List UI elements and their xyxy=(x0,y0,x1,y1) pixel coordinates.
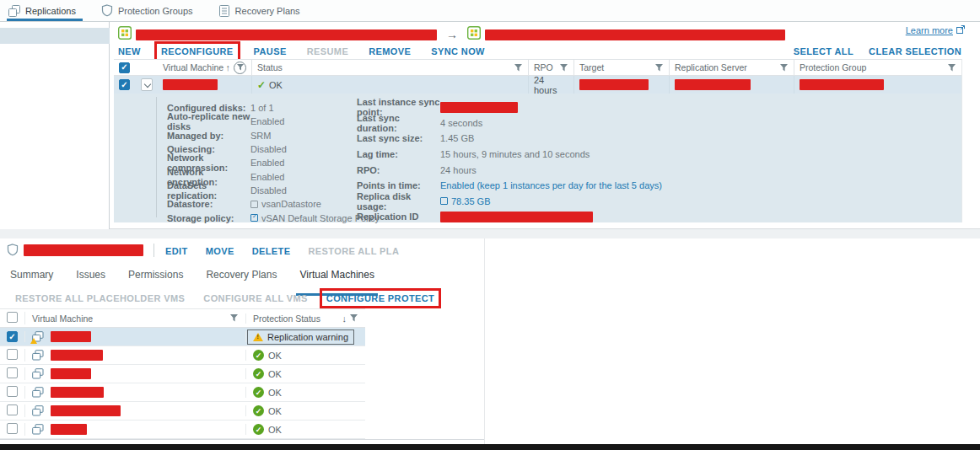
column-header[interactable]: Protection Group xyxy=(794,60,961,75)
detail-value: 24 hours xyxy=(440,165,477,175)
detail-label: Lag time: xyxy=(357,149,440,159)
filter-icon[interactable] xyxy=(655,64,664,72)
tab-icon xyxy=(8,5,20,17)
protected-vms-table: Virtual Machine Protection Status ↓ xyxy=(0,308,365,439)
row-checkbox[interactable] xyxy=(7,404,18,415)
sort-desc-icon[interactable]: ↓ xyxy=(342,313,347,324)
details-left-list: Configured disks: 1 of 1 Auto-replicate … xyxy=(167,101,380,225)
detail-label: Datastore: xyxy=(167,199,250,209)
ok-status: ✓ OK xyxy=(253,350,282,361)
select-all-checkbox[interactable] xyxy=(119,62,130,73)
detail-item: RPO: 24 hours xyxy=(357,162,662,178)
learn-more-link[interactable]: Learn more xyxy=(906,25,965,35)
vm-row[interactable]: OK ✓ OK xyxy=(0,402,365,421)
protection-group-panel: EDITMOVEDELETERESTORE ALL PLA SummaryIss… xyxy=(0,238,485,444)
details-right-list: Last instance sync point: Last sync dura… xyxy=(357,99,662,225)
column-header[interactable]: Status xyxy=(252,60,529,75)
selection-action-button[interactable]: CLEAR SELECTION xyxy=(869,46,961,56)
source-vm-name-redacted xyxy=(136,29,437,40)
column-header[interactable]: Replication Server xyxy=(670,60,794,75)
panel-tab[interactable]: Recovery Plans xyxy=(206,269,277,286)
selection-actions: SELECT ALLCLEAR SELECTION xyxy=(794,46,961,56)
status-ok-icon: ✓ xyxy=(257,79,266,91)
panel-tab[interactable]: Issues xyxy=(76,269,105,286)
panel-tab[interactable]: Summary xyxy=(10,269,53,286)
row-checkbox[interactable] xyxy=(7,349,18,360)
action-button[interactable]: EDIT xyxy=(165,246,188,256)
vm-row[interactable]: Replication warning ✓ Replication warnin… xyxy=(0,328,365,346)
toolbar-button[interactable]: RECONFIGURE xyxy=(161,46,234,56)
filter-icon[interactable] xyxy=(948,64,956,72)
filter-icon[interactable] xyxy=(780,64,789,72)
toolbar-button[interactable]: RESUME xyxy=(307,46,348,56)
status-column-header[interactable]: Protection Status ↓ xyxy=(246,313,365,324)
row-checkbox[interactable] xyxy=(119,79,130,90)
vm-row[interactable]: OK ✓ OK xyxy=(0,383,365,402)
filter-active-icon[interactable] xyxy=(234,62,246,74)
filter-icon[interactable] xyxy=(560,64,568,72)
row-checkbox[interactable] xyxy=(7,423,18,434)
toolbar-button[interactable]: PAUSE xyxy=(254,46,287,56)
main-tab-bar: Replications Protection Groups Recovery … xyxy=(0,0,980,22)
filter-icon[interactable] xyxy=(230,314,239,322)
toolbar-button[interactable]: SYNC NOW xyxy=(431,46,485,56)
vm-name-redacted xyxy=(51,350,103,361)
replications-sidebar xyxy=(0,22,110,229)
ok-icon: ✓ xyxy=(253,350,264,361)
vm-row[interactable]: OK ✓ OK xyxy=(0,421,365,439)
row-checkbox[interactable] xyxy=(7,367,18,378)
vm-warning-overlay-icon xyxy=(30,338,37,344)
toolbar-button[interactable]: REMOVE xyxy=(369,46,411,56)
sort-asc-icon[interactable]: ↑ xyxy=(226,62,231,72)
column-header[interactable]: RPO xyxy=(529,60,574,75)
collapse-row-toggle[interactable] xyxy=(141,78,153,91)
detail-value: Enabled (keep 1 instances per day for th… xyxy=(440,180,662,190)
detail-value: Enabled xyxy=(250,116,284,126)
panel-tab[interactable]: Permissions xyxy=(128,269,183,286)
vm-row[interactable]: OK ✓ OK xyxy=(0,365,365,383)
vm-row[interactable]: OK ✓ OK xyxy=(0,346,365,365)
sidebar-selected-item[interactable] xyxy=(0,28,110,44)
ok-icon: ✓ xyxy=(253,424,264,435)
replication-row[interactable]: ✓OK 24 hours xyxy=(114,76,961,94)
action-button[interactable]: DELETE xyxy=(252,246,291,256)
warning-icon xyxy=(253,333,263,341)
target-vm-icon xyxy=(467,26,481,43)
vm-icon xyxy=(32,350,44,361)
ok-status: ✓ OK xyxy=(253,387,282,398)
replication-warning-badge[interactable]: Replication warning xyxy=(247,329,354,345)
detail-value: Disabled xyxy=(250,185,287,196)
replication-details: Configured disks: 1 of 1 Auto-replicate … xyxy=(114,94,961,222)
vm-action-button[interactable]: CONFIGURE PROTECT xyxy=(326,293,434,303)
action-button[interactable]: RESTORE ALL PLA xyxy=(308,246,399,256)
ok-status: ✓ OK xyxy=(253,424,282,435)
filter-icon[interactable] xyxy=(514,64,523,72)
replications-panel: → Learn more NEW RECONFIGURE PAUSE RESU xyxy=(0,22,980,229)
select-all-checkbox[interactable] xyxy=(7,312,18,323)
main-tab[interactable]: Protection Groups xyxy=(100,0,205,22)
main-tab[interactable]: Recovery Plans xyxy=(217,0,312,22)
selection-action-button[interactable]: SELECT ALL xyxy=(794,46,853,56)
column-header[interactable]: Target xyxy=(574,60,670,75)
detail-label: Last sync size: xyxy=(357,133,440,143)
detail-value: 78.35 GB xyxy=(451,196,490,206)
vm-name-redacted xyxy=(51,424,87,435)
protected-vms-rows: Replication warning ✓ Replication warnin… xyxy=(0,328,365,439)
action-button[interactable]: MOVE xyxy=(206,246,234,256)
filter-icon[interactable] xyxy=(350,314,358,322)
toolbar-button[interactable]: NEW xyxy=(118,46,141,56)
main-tab[interactable]: Replications xyxy=(7,0,88,22)
row-checkbox[interactable] xyxy=(7,386,18,397)
protection-group-actions: EDITMOVEDELETERESTORE ALL PLA xyxy=(165,246,399,256)
detail-item: Replica disk usage: 78.35 GB xyxy=(357,194,662,210)
vm-column-header[interactable]: Virtual Machine xyxy=(25,313,246,324)
replication-server-redacted xyxy=(675,79,751,90)
vm-action-button[interactable]: CONFIGURE ALL VMS xyxy=(203,293,308,303)
column-header[interactable]: Virtual Machine ↑ xyxy=(158,60,252,75)
replication-pair-header: → xyxy=(118,27,785,42)
panel-tab[interactable]: Virtual Machines xyxy=(299,269,374,286)
vm-action-button[interactable]: RESTORE ALL PLACEHOLDER VMS xyxy=(15,293,185,303)
tab-label: Protection Groups xyxy=(118,6,193,16)
tab-label: Replications xyxy=(25,6,76,16)
row-checkbox[interactable] xyxy=(7,331,18,342)
